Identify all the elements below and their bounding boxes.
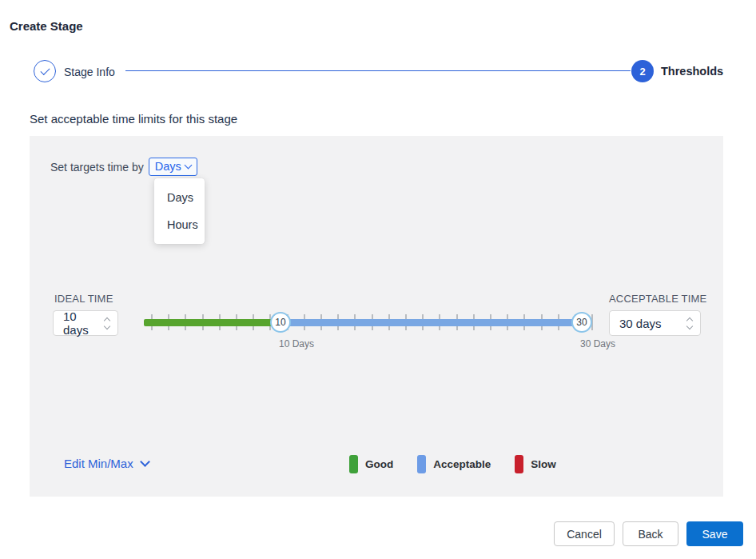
step-stage-info-indicator[interactable] [34,60,56,82]
spinner-down-icon[interactable] [104,322,110,329]
acceptable-time-stepper[interactable] [687,318,700,329]
good-swatch [349,455,358,473]
slider-good-segment [144,319,281,326]
dropdown-option-days[interactable]: Days [154,184,205,211]
slider-max-caption: 30 Days [566,338,630,349]
check-icon [40,65,50,74]
time-range-slider[interactable]: 10 30 [144,312,596,333]
chevron-down-icon [184,162,192,170]
slider-min-handle[interactable]: 10 [270,312,291,333]
section-heading: Set acceptable time limits for this stag… [30,112,237,126]
step-thresholds-label: Thresholds [661,65,723,78]
step-thresholds-indicator[interactable]: 2 [631,60,654,82]
acceptable-time-value: 30 days [610,317,687,330]
set-targets-label: Set targets time by [50,161,144,174]
slider-acceptable-segment [281,319,582,326]
acceptable-swatch [417,455,426,473]
slow-swatch [515,455,523,473]
slider-min-caption: 10 Days [265,338,328,349]
create-stage-dialog: Create Stage Stage Info 2 Thresholds Set… [0,0,756,559]
dropdown-option-hours[interactable]: Hours [154,211,205,238]
thresholds-panel: Set targets time by Days Days Hours IDEA… [30,136,723,497]
unit-dropdown[interactable]: Days [149,158,197,176]
step-stage-info-label: Stage Info [64,66,115,78]
unit-dropdown-menu: Days Hours [154,178,205,244]
save-button[interactable]: Save [686,521,743,546]
page-title: Create Stage [10,19,83,33]
unit-dropdown-value: Days [155,160,181,173]
legend-item-slow: Slow [515,455,556,473]
chevron-down-icon [140,457,150,467]
ideal-time-input[interactable]: 10 days [53,310,118,336]
legend-item-acceptable: Acceptable [417,455,491,473]
ideal-time-value: 10 days [54,309,105,337]
spinner-down-icon[interactable] [686,322,693,329]
legend-item-good: Good [349,455,393,473]
slider-max-handle[interactable]: 30 [571,312,592,333]
edit-minmax-label: Edit Min/Max [64,457,133,470]
ideal-time-label: IDEAL TIME [54,293,113,305]
slider-legend: Good Acceptable Slow [349,455,580,473]
edit-minmax-link[interactable]: Edit Min/Max [64,457,149,470]
acceptable-time-label: ACCEPTABLE TIME [609,293,706,305]
back-button[interactable]: Back [623,521,678,546]
ideal-time-stepper[interactable] [105,318,117,329]
acceptable-time-input[interactable]: 30 days [609,310,701,336]
cancel-button[interactable]: Cancel [554,521,615,546]
stepper-connector-line [125,70,631,71]
